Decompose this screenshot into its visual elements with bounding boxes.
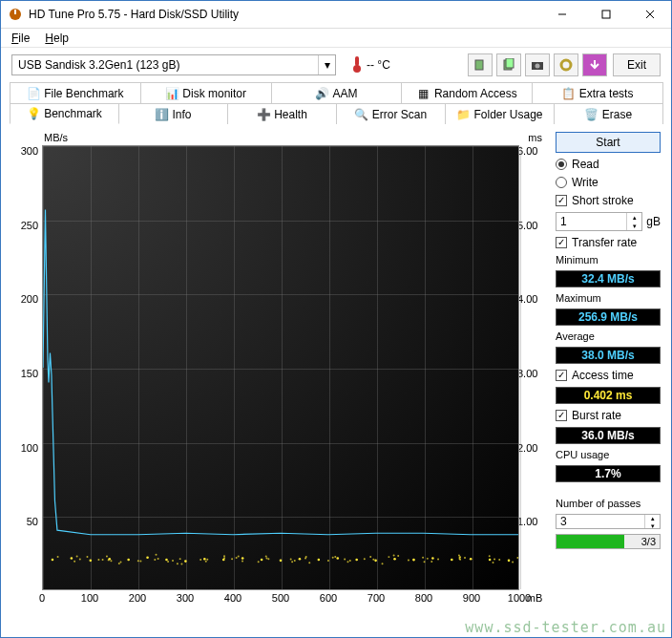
passes-progress: 3/3 (556, 534, 661, 549)
svg-point-88 (393, 554, 395, 556)
temperature-readout: -- °C (351, 55, 390, 75)
svg-point-106 (489, 559, 492, 562)
svg-point-21 (74, 561, 75, 563)
tab-disk-monitor[interactable]: 📊Disk monitor (140, 82, 272, 103)
svg-point-82 (374, 560, 377, 563)
svg-point-45 (172, 560, 174, 562)
checkbox-icon (556, 410, 567, 421)
access-time-checkbox[interactable]: Access time (556, 369, 661, 382)
write-radio[interactable]: Write (556, 176, 661, 189)
svg-point-62 (280, 560, 283, 563)
svg-point-94 (431, 557, 434, 560)
svg-point-54 (242, 557, 244, 560)
search-icon: 🔍 (355, 108, 368, 121)
svg-point-98 (451, 559, 453, 562)
svg-point-93 (427, 558, 429, 560)
svg-point-31 (139, 560, 141, 562)
svg-point-43 (180, 564, 182, 565)
passes-input[interactable]: 3▴▾ (556, 514, 661, 529)
save-button[interactable] (582, 53, 607, 76)
svg-point-25 (97, 559, 99, 561)
exit-button[interactable]: Exit (613, 53, 661, 76)
extra-icon: 📋 (562, 87, 576, 100)
svg-point-80 (349, 560, 351, 562)
svg-point-78 (355, 559, 358, 562)
menu-file[interactable]: File (6, 30, 35, 47)
tab-health[interactable]: ➕Health (227, 103, 337, 124)
min-label: Minimum (556, 254, 661, 266)
svg-point-107 (489, 555, 491, 557)
menu-bar: File Help (0, 29, 672, 48)
tab-error-scan[interactable]: 🔍Error Scan (336, 103, 446, 124)
app-icon (8, 7, 23, 22)
checkbox-icon (556, 237, 567, 248)
tab-folder-usage[interactable]: 📁Folder Usage (445, 103, 555, 124)
svg-point-14 (52, 559, 54, 562)
tab-benchmark[interactable]: 💡Benchmark (10, 103, 119, 124)
device-select-value: USB Sandisk 3.2Gen1 (123 gB) (18, 58, 179, 72)
svg-point-51 (223, 555, 225, 557)
folder-icon: 📁 (456, 108, 470, 121)
start-button[interactable]: Start (556, 132, 661, 153)
device-select[interactable]: USB Sandisk 3.2Gen1 (123 gB) ▾ (11, 54, 336, 75)
maximize-button[interactable] (584, 0, 628, 29)
svg-point-63 (267, 558, 269, 560)
transfer-rate-checkbox[interactable]: Transfer rate (556, 236, 661, 249)
min-value: 32.4 MB/s (556, 270, 661, 287)
radio-dot-icon (556, 159, 567, 170)
svg-point-87 (408, 560, 410, 562)
svg-point-59 (265, 556, 267, 558)
svg-point-73 (327, 560, 329, 562)
controls-panel: Start Read Write Short stroke 1▴▾ gB Tra… (556, 132, 661, 549)
info-icon: ℹ️ (155, 108, 168, 121)
svg-point-35 (158, 558, 159, 560)
burst-rate-checkbox[interactable]: Burst rate (556, 409, 661, 422)
svg-rect-8 (475, 60, 483, 70)
svg-point-53 (223, 557, 225, 559)
tab-file-benchmark[interactable]: 📄File Benchmark (10, 82, 141, 103)
svg-point-92 (412, 560, 414, 562)
read-radio[interactable]: Read (556, 158, 661, 171)
tab-aam[interactable]: 🔊AAM (271, 82, 403, 103)
settings-button[interactable] (554, 53, 578, 76)
svg-point-66 (299, 558, 302, 561)
screenshot-button[interactable] (525, 53, 550, 76)
svg-point-102 (470, 558, 472, 561)
svg-point-95 (422, 557, 424, 559)
svg-point-34 (146, 556, 149, 559)
monitor-icon: 📊 (165, 87, 178, 100)
short-stroke-checkbox[interactable]: Short stroke (556, 194, 661, 207)
short-stroke-input[interactable]: 1▴▾ (556, 212, 642, 231)
y-axis-right-label: ms (528, 132, 542, 143)
svg-point-83 (382, 563, 384, 564)
svg-point-89 (397, 555, 399, 557)
close-button[interactable] (628, 0, 672, 29)
svg-point-50 (222, 559, 225, 562)
svg-point-108 (493, 562, 494, 564)
svg-point-19 (79, 558, 81, 560)
svg-point-36 (137, 560, 139, 562)
svg-point-30 (127, 559, 130, 562)
svg-point-49 (206, 559, 208, 561)
file-benchmark-icon: 📄 (27, 87, 40, 100)
copy-results-button[interactable] (496, 53, 521, 76)
svg-point-91 (424, 561, 426, 563)
tab-info[interactable]: ℹ️Info (118, 103, 228, 124)
svg-point-41 (154, 559, 156, 561)
tab-random-access[interactable]: ▦Random Access (401, 82, 533, 103)
copy-info-button[interactable] (468, 53, 493, 76)
thermometer-icon (351, 55, 363, 75)
menu-help[interactable]: Help (39, 30, 74, 47)
chevron-down-icon: ▾ (318, 55, 335, 74)
tab-extra-tests[interactable]: 📋Extra tests (532, 82, 663, 103)
title-bar: HD Tune Pro 5.75 - Hard Disk/SSD Utility (0, 0, 672, 29)
tab-erase[interactable]: 🗑️Erase (554, 103, 663, 124)
cpu-value: 1.7% (556, 465, 661, 482)
minimize-button[interactable] (540, 0, 584, 29)
svg-point-55 (236, 557, 238, 559)
svg-point-105 (458, 554, 460, 556)
svg-rect-3 (602, 11, 610, 18)
tab-container: 📄File Benchmark 📊Disk monitor 🔊AAM ▦Rand… (0, 82, 672, 124)
svg-point-37 (156, 554, 158, 556)
svg-point-44 (177, 563, 178, 564)
